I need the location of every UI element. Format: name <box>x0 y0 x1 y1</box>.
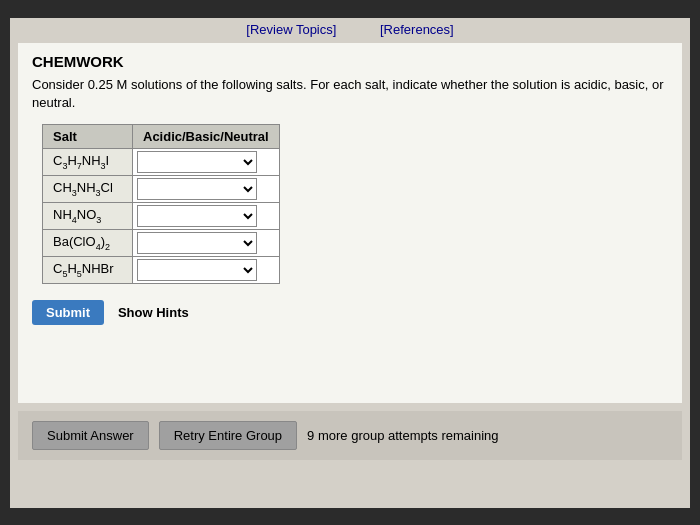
chemwork-title: CHEMWORK <box>32 53 668 70</box>
salt-name: C3H7NH3I <box>43 148 133 175</box>
col-salt: Salt <box>43 124 133 148</box>
salt-select-cell: Acidic Basic Neutral <box>133 175 280 202</box>
problem-text: Consider 0.25 M solutions of the followi… <box>32 76 668 112</box>
salt-select-2[interactable]: Acidic Basic Neutral <box>137 178 257 200</box>
bottom-bar: Submit Answer Retry Entire Group 9 more … <box>18 411 682 460</box>
salt-name: CH3NH3Cl <box>43 175 133 202</box>
salt-name: NH4NO3 <box>43 202 133 229</box>
review-topics-link[interactable]: [Review Topics] <box>246 22 336 37</box>
salt-select-1[interactable]: Acidic Basic Neutral <box>137 151 257 173</box>
submit-answer-button[interactable]: Submit Answer <box>32 421 149 450</box>
table-row: C5H5NHBr Acidic Basic Neutral <box>43 256 280 283</box>
attempts-remaining: 9 more group attempts remaining <box>307 428 498 443</box>
references-link[interactable]: [References] <box>380 22 454 37</box>
submit-button[interactable]: Submit <box>32 300 104 325</box>
salt-select-5[interactable]: Acidic Basic Neutral <box>137 259 257 281</box>
table-row: NH4NO3 Acidic Basic Neutral <box>43 202 280 229</box>
col-acidic: Acidic/Basic/Neutral <box>133 124 280 148</box>
salt-select-cell: Acidic Basic Neutral <box>133 229 280 256</box>
retry-button[interactable]: Retry Entire Group <box>159 421 297 450</box>
salt-select-4[interactable]: Acidic Basic Neutral <box>137 232 257 254</box>
salts-table: Salt Acidic/Basic/Neutral C3H7NH3I Acidi… <box>42 124 280 284</box>
salt-select-3[interactable]: Acidic Basic Neutral <box>137 205 257 227</box>
salt-select-cell: Acidic Basic Neutral <box>133 202 280 229</box>
table-row: C3H7NH3I Acidic Basic Neutral <box>43 148 280 175</box>
salt-select-cell: Acidic Basic Neutral <box>133 256 280 283</box>
salt-name: Ba(ClO4)2 <box>43 229 133 256</box>
salt-name: C5H5NHBr <box>43 256 133 283</box>
salt-select-cell: Acidic Basic Neutral <box>133 148 280 175</box>
content-area: CHEMWORK Consider 0.25 M solutions of th… <box>18 43 682 403</box>
action-buttons: Submit Show Hints <box>32 300 668 325</box>
table-row: Ba(ClO4)2 Acidic Basic Neutral <box>43 229 280 256</box>
table-row: CH3NH3Cl Acidic Basic Neutral <box>43 175 280 202</box>
top-bar: [Review Topics] [References] <box>10 18 690 43</box>
show-hints-button[interactable]: Show Hints <box>118 305 189 320</box>
